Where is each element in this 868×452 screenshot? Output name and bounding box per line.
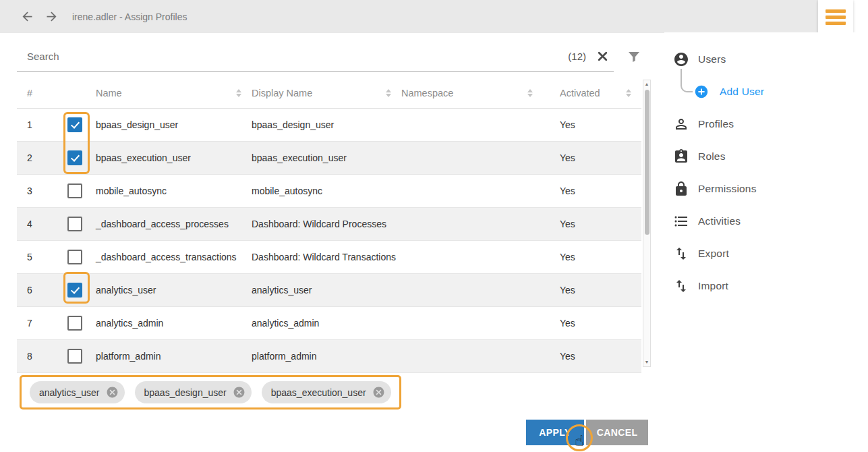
sidebar-item-label: Import bbox=[698, 280, 728, 292]
table-row: 1bpaas_design_userbpaas_design_userYes bbox=[17, 109, 641, 142]
scroll-up-icon[interactable]: ▲ bbox=[643, 81, 650, 88]
row-checkbox[interactable] bbox=[67, 316, 82, 331]
filter-icon[interactable] bbox=[626, 49, 642, 65]
row-number: 4 bbox=[17, 219, 54, 229]
row-number: 5 bbox=[17, 252, 54, 262]
badge-icon bbox=[673, 148, 689, 165]
column-header-display-name[interactable]: Display Name bbox=[252, 88, 401, 98]
table-scrollbar[interactable]: ▲ ▼ bbox=[643, 80, 651, 367]
import-export-icon bbox=[673, 278, 689, 294]
chip-label: bpaas_execution_user bbox=[271, 387, 366, 398]
chip-remove-icon[interactable] bbox=[372, 386, 385, 399]
table-row: 2bpaas_execution_userbpaas_execution_use… bbox=[17, 142, 641, 175]
apply-button[interactable]: APPLY bbox=[526, 420, 584, 445]
checkbox-cell bbox=[54, 250, 96, 264]
table-row: 4_dashboard_access_processesDashboard: W… bbox=[17, 208, 641, 241]
cell-activated: Yes bbox=[543, 186, 641, 196]
cell-activated: Yes bbox=[543, 219, 641, 229]
checkbox-cell bbox=[54, 217, 96, 231]
chip-remove-icon[interactable] bbox=[233, 386, 245, 399]
checkbox-cell bbox=[54, 283, 96, 298]
cell-name: bpaas_execution_user bbox=[96, 152, 252, 163]
table-row: 7analytics_adminanalytics_adminYes bbox=[17, 307, 641, 340]
cell-display-name: platform_admin bbox=[252, 351, 401, 362]
scroll-down-icon[interactable]: ▼ bbox=[643, 359, 650, 366]
table-header: # Name Display Name Namespace bbox=[17, 78, 641, 109]
sidebar-item-export[interactable]: Export bbox=[664, 237, 868, 270]
cell-activated: Yes bbox=[543, 351, 641, 362]
column-label: Activated bbox=[560, 88, 600, 98]
add-circle-icon bbox=[694, 84, 709, 99]
sidebar-item-users[interactable]: Users bbox=[664, 43, 868, 76]
back-arrow-icon[interactable] bbox=[20, 9, 34, 24]
sidebar-item-profiles[interactable]: Profiles bbox=[664, 108, 868, 140]
sidebar-item-label: Add User bbox=[720, 86, 764, 98]
row-checkbox[interactable] bbox=[67, 150, 82, 165]
import-export-icon bbox=[673, 246, 689, 262]
sidebar-item-roles[interactable]: Roles bbox=[664, 140, 868, 173]
cancel-button[interactable]: CANCEL bbox=[586, 420, 648, 445]
cell-name: _dashboard_access_processes bbox=[96, 219, 252, 229]
checkbox-cell bbox=[54, 117, 96, 132]
menu-button[interactable] bbox=[818, 0, 853, 34]
list-icon bbox=[673, 213, 689, 229]
sort-icon[interactable] bbox=[386, 89, 391, 98]
table-row: 3mobile_autosyncmobile_autosyncYes bbox=[17, 175, 641, 208]
sidebar: UsersAdd UserProfilesRolesPermissionsAct… bbox=[664, 32, 868, 452]
search-input[interactable] bbox=[26, 50, 568, 63]
sort-icon[interactable] bbox=[626, 89, 631, 98]
sort-icon[interactable] bbox=[236, 89, 241, 98]
row-checkbox[interactable] bbox=[67, 183, 82, 198]
column-label: Namespace bbox=[401, 88, 453, 98]
table-row: 5_dashboard_access_transactionsDashboard… bbox=[17, 241, 641, 274]
cell-name: bpaas_design_user bbox=[96, 119, 252, 130]
sidebar-item-label: Activities bbox=[698, 215, 741, 227]
sidebar-item-label: Roles bbox=[698, 150, 726, 163]
row-checkbox[interactable] bbox=[67, 117, 82, 132]
result-count: (12) bbox=[568, 51, 586, 62]
row-checkbox[interactable] bbox=[67, 217, 82, 231]
row-number: 8 bbox=[17, 351, 54, 362]
cell-activated: Yes bbox=[543, 285, 641, 295]
column-header-number[interactable]: # bbox=[17, 88, 54, 98]
checkbox-cell bbox=[54, 349, 96, 364]
cell-display-name: analytics_user bbox=[252, 285, 401, 295]
sidebar-item-permissions[interactable]: Permissions bbox=[664, 173, 868, 205]
sidebar-item-label: Export bbox=[698, 248, 729, 260]
user-circle-icon bbox=[673, 51, 689, 67]
row-number: 6 bbox=[17, 285, 54, 295]
row-checkbox[interactable] bbox=[67, 349, 82, 364]
row-checkbox[interactable] bbox=[67, 250, 82, 264]
column-header-activated[interactable]: Activated bbox=[543, 88, 641, 98]
sidebar-item-activities[interactable]: Activities bbox=[664, 205, 868, 237]
cell-name: platform_admin bbox=[96, 351, 252, 362]
forward-arrow-icon[interactable] bbox=[45, 9, 59, 24]
cell-name: analytics_user bbox=[96, 285, 252, 295]
cell-display-name: Dashboard: Wildcard Processes bbox=[252, 219, 401, 229]
lock-icon bbox=[673, 181, 689, 197]
cell-display-name: bpaas_execution_user bbox=[252, 152, 401, 163]
profiles-table: # Name Display Name Namespace bbox=[17, 78, 651, 367]
table-row: 6analytics_useranalytics_userYes bbox=[17, 274, 641, 307]
search-field: (12) bbox=[17, 42, 614, 72]
sidebar-item-label: Permissions bbox=[698, 183, 757, 195]
sidebar-item-add-user[interactable]: Add User bbox=[664, 76, 868, 108]
sort-icon[interactable] bbox=[527, 89, 533, 98]
checkbox-cell bbox=[54, 316, 96, 331]
hamburger-icon bbox=[826, 9, 846, 25]
column-header-namespace[interactable]: Namespace bbox=[401, 88, 543, 98]
chip-label: analytics_user bbox=[39, 387, 100, 398]
column-header-name[interactable]: Name bbox=[96, 88, 252, 98]
row-number: 3 bbox=[17, 186, 54, 196]
cell-name: _dashboard_access_transactions bbox=[96, 252, 252, 262]
sidebar-item-label: Users bbox=[698, 53, 726, 65]
row-checkbox[interactable] bbox=[67, 283, 82, 298]
cell-display-name: Dashboard: Wildcard Transactions bbox=[252, 252, 401, 262]
scrollbar-thumb[interactable] bbox=[645, 90, 649, 235]
clear-search-icon[interactable] bbox=[597, 51, 608, 62]
sidebar-items: UsersAdd UserProfilesRolesPermissionsAct… bbox=[664, 43, 868, 302]
cell-activated: Yes bbox=[543, 119, 641, 130]
selected-profile-chip: bpaas_execution_user bbox=[262, 381, 391, 403]
sidebar-item-import[interactable]: Import bbox=[664, 270, 868, 302]
chip-remove-icon[interactable] bbox=[106, 386, 119, 399]
